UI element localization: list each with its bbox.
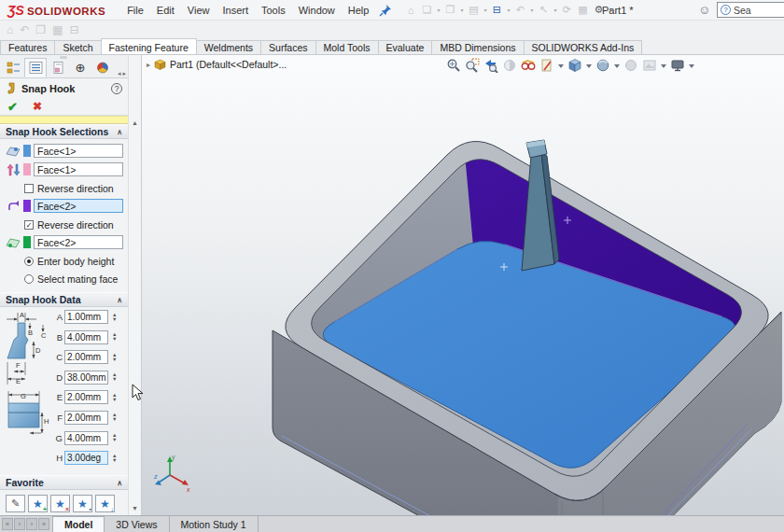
data-collapse-icon[interactable]: ∧ bbox=[117, 296, 122, 304]
toolbar-copy-icon[interactable]: ❐ bbox=[35, 23, 46, 36]
reverse-direction-checkbox-checked[interactable]: ✓ bbox=[24, 220, 34, 230]
apply-scene-icon[interactable] bbox=[642, 58, 657, 73]
dimension-f-input[interactable]: 2.00mm bbox=[64, 411, 108, 425]
tab-scroll-left-icon[interactable]: ◂ bbox=[118, 70, 121, 77]
flyout-feature-tree[interactable]: ▸ Part1 (Default<<Default>... bbox=[147, 59, 287, 70]
spinner[interactable]: ▲▼ bbox=[112, 313, 117, 322]
ok-button[interactable]: ✔ bbox=[7, 100, 18, 114]
tab-mold-tools[interactable]: Mold Tools bbox=[315, 40, 379, 54]
spinner[interactable]: ▲▼ bbox=[112, 393, 117, 402]
enter-body-height-radio[interactable] bbox=[24, 257, 34, 266]
cancel-button[interactable]: ✖ bbox=[33, 100, 42, 113]
file-properties-icon[interactable]: ▦ bbox=[575, 3, 590, 18]
tab-nav-previous-icon[interactable]: ‹ bbox=[14, 518, 25, 530]
property-manager-help-icon[interactable]: ? bbox=[111, 83, 122, 94]
search-box[interactable]: ? Sea bbox=[717, 2, 784, 18]
favorite-collapse-icon[interactable]: ∧ bbox=[117, 479, 122, 487]
property-manager-scrollbar[interactable]: ▲ ▼ bbox=[128, 55, 142, 515]
view-orientation-icon[interactable] bbox=[567, 58, 582, 73]
menu-tools[interactable]: Tools bbox=[255, 2, 292, 19]
menu-insert[interactable]: Insert bbox=[216, 2, 255, 19]
tab-display-manager[interactable] bbox=[91, 58, 114, 77]
menu-help[interactable]: Help bbox=[342, 2, 376, 19]
tab-motion-study-1[interactable]: Motion Study 1 bbox=[170, 516, 259, 532]
previous-view-icon[interactable] bbox=[483, 58, 498, 73]
new-document-icon[interactable]: ❏ bbox=[419, 3, 434, 18]
data-section-header[interactable]: Snap Hook Data ∧ bbox=[0, 292, 128, 307]
spinner[interactable]: ▲▼ bbox=[112, 372, 117, 382]
favorite-section-header[interactable]: Favorite ∧ bbox=[0, 475, 128, 490]
undo-icon[interactable]: ↶ bbox=[512, 3, 527, 18]
search-input[interactable]: Sea bbox=[734, 5, 751, 16]
tab-sketch[interactable]: Sketch bbox=[54, 40, 101, 54]
spinner[interactable]: ▲▼ bbox=[112, 332, 117, 342]
rebuild-icon[interactable]: ⟳ bbox=[559, 3, 574, 18]
spinner[interactable]: ▲▼ bbox=[112, 454, 117, 463]
apply-defaults-button[interactable]: ✎ bbox=[6, 495, 25, 512]
toolbar-home-icon[interactable]: ⌂ bbox=[7, 23, 13, 36]
new-document-caret-icon[interactable]: ▾ bbox=[435, 7, 441, 13]
save-favorite-button[interactable]: ★▪ bbox=[73, 495, 92, 512]
tab-configuration-manager[interactable] bbox=[47, 58, 69, 77]
tab-evaluate[interactable]: Evaluate bbox=[378, 40, 433, 54]
print-caret-icon[interactable]: ▾ bbox=[505, 7, 511, 13]
hide-show-items-icon[interactable] bbox=[539, 58, 554, 73]
tab-fastening-feature[interactable]: Fastening Feature bbox=[101, 38, 197, 54]
selections-collapse-icon[interactable]: ∧ bbox=[117, 128, 122, 136]
tab-nav-first-icon[interactable]: « bbox=[2, 518, 13, 530]
menu-edit[interactable]: Edit bbox=[150, 2, 181, 19]
tab-dimxpert-manager[interactable]: ⊕ bbox=[69, 58, 91, 77]
save-caret-icon[interactable]: ▾ bbox=[482, 7, 488, 13]
apply-scene-caret-icon[interactable] bbox=[661, 64, 666, 71]
tab-weldments[interactable]: Weldments bbox=[196, 40, 261, 54]
select-mating-face-radio[interactable] bbox=[24, 274, 34, 284]
tab-property-manager[interactable] bbox=[24, 58, 47, 77]
menu-view[interactable]: View bbox=[181, 2, 217, 19]
dimension-e-input[interactable]: 2.00mm bbox=[64, 390, 108, 404]
view-settings-icon[interactable] bbox=[670, 58, 685, 73]
tab-mbd-dimensions[interactable]: MBD Dimensions bbox=[431, 40, 524, 54]
zoom-to-fit-icon[interactable] bbox=[446, 58, 461, 73]
dimension-a-input[interactable]: 1.00mm bbox=[64, 310, 108, 324]
dimension-b-input[interactable]: 4.00mm bbox=[64, 330, 108, 344]
open-caret-icon[interactable]: ▾ bbox=[458, 7, 465, 13]
undo-caret-icon[interactable]: ▾ bbox=[528, 7, 535, 13]
panel-splitter-handle[interactable] bbox=[60, 56, 67, 59]
tab-nav-last-icon[interactable]: » bbox=[38, 518, 49, 530]
select-caret-icon[interactable]: ▾ bbox=[552, 7, 558, 13]
dimension-g-input[interactable]: 4.00mm bbox=[64, 431, 108, 445]
model-3d-box[interactable] bbox=[142, 55, 784, 515]
view-orientation-caret-icon[interactable] bbox=[586, 64, 592, 71]
mating-face-input[interactable]: Face<2> bbox=[34, 235, 123, 249]
display-style-icon[interactable] bbox=[595, 58, 610, 73]
tab-model[interactable]: Model bbox=[52, 516, 105, 532]
tab-3d-views[interactable]: 3D Views bbox=[105, 516, 169, 532]
spinner[interactable]: ▲▼ bbox=[112, 353, 117, 362]
view-settings-caret-icon[interactable] bbox=[689, 64, 694, 71]
print-icon[interactable]: ⊟ bbox=[489, 3, 504, 18]
dimension-d-input[interactable]: 38.00mm bbox=[64, 371, 108, 385]
dimension-c-input[interactable]: 2.00mm bbox=[64, 350, 108, 364]
hook-face-input[interactable]: Face<1> bbox=[34, 144, 123, 158]
load-favorite-button[interactable]: ★↓ bbox=[95, 495, 115, 512]
dynamic-annotation-views-icon[interactable] bbox=[521, 58, 536, 73]
pin-menu-icon[interactable] bbox=[379, 4, 392, 17]
hide-show-items-caret-icon[interactable] bbox=[558, 64, 564, 71]
tab-feature-manager-tree[interactable] bbox=[2, 58, 24, 77]
menu-window[interactable]: Window bbox=[292, 2, 342, 19]
user-icon[interactable]: ☺ bbox=[698, 3, 710, 17]
flyout-expand-icon[interactable]: ▸ bbox=[147, 61, 150, 69]
graphics-viewport[interactable]: ▸ Part1 (Default<<Default>... bbox=[142, 55, 784, 515]
menu-file[interactable]: File bbox=[120, 2, 150, 19]
home-icon[interactable]: ⌂ bbox=[403, 3, 418, 18]
tab-surfaces[interactable]: Surfaces bbox=[260, 40, 315, 54]
select-icon[interactable]: ↖ bbox=[536, 3, 551, 18]
toolbar-grid-icon[interactable]: ▦ bbox=[52, 23, 63, 36]
direction-face-input[interactable]: Face<2> bbox=[34, 199, 123, 213]
section-view-icon[interactable] bbox=[502, 58, 517, 73]
tab-solidworks-addins[interactable]: SOLIDWORKS Add-Ins bbox=[524, 40, 643, 54]
vertical-face-input[interactable]: Face<1> bbox=[34, 162, 123, 176]
tab-features[interactable]: Features bbox=[0, 40, 55, 54]
add-favorite-button[interactable]: ★+ bbox=[28, 495, 48, 512]
scroll-up-icon[interactable]: ▲ bbox=[132, 119, 138, 126]
